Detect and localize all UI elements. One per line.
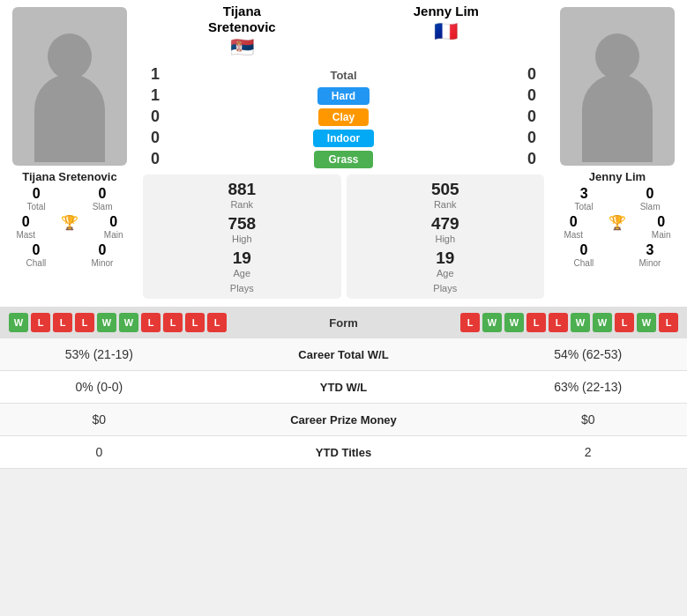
ytd-wl-left: 0% (0-0) — [0, 371, 198, 404]
hard-right-score: 0 — [519, 86, 544, 105]
form-badge-l: L — [141, 313, 161, 332]
form-badge-w: W — [482, 313, 502, 332]
bottom-stats-table: 53% (21-19) Career Total W/L 54% (62-53)… — [0, 338, 687, 469]
left-name-center: TijanaSretenovic 🇷🇸 — [208, 4, 276, 59]
left-stats-row3: 0 Chall 0 Minor — [4, 242, 136, 268]
right-stats-row3: 0 Chall 3 Minor — [551, 242, 683, 268]
match-clay-row: 0 Clay 0 — [143, 108, 544, 126]
match-indoor-row: 0 Indoor 0 — [143, 129, 544, 147]
right-avatar-body — [582, 74, 653, 162]
match-total-row: 1 Total 0 — [143, 65, 544, 84]
form-badge-w: W — [571, 313, 590, 332]
form-badge-l: L — [549, 313, 568, 332]
center-col: TijanaSretenovic 🇷🇸 Jenny Lim 🇫🇷 1 Total… — [139, 0, 548, 302]
total-left-score: 1 — [143, 65, 168, 84]
form-badge-l: L — [659, 313, 678, 332]
clay-right-score: 0 — [519, 108, 544, 126]
right-player-name: Jenny Lim — [589, 170, 646, 183]
titles-label: YTD Titles — [198, 436, 489, 469]
right-name-center: Jenny Lim 🇫🇷 — [414, 4, 479, 59]
left-high-block: 758 High — [146, 214, 338, 244]
form-badge-w: W — [504, 313, 524, 332]
form-badge-l: L — [185, 313, 205, 332]
right-high-block: 479 High — [350, 214, 541, 244]
left-avatar-body — [34, 74, 105, 162]
grass-right-score: 0 — [519, 150, 544, 168]
grass-left-score: 0 — [143, 150, 168, 168]
form-badge-l: L — [31, 313, 50, 332]
left-total: 0 Total — [27, 186, 46, 212]
career-wl-left: 53% (21-19) — [0, 338, 198, 371]
match-rows: 1 Total 0 1 Hard 0 0 Clay 0 0 Indoor — [139, 63, 548, 171]
indoor-left-score: 0 — [143, 129, 168, 147]
titles-row: 0 YTD Titles 2 — [0, 436, 687, 469]
ytd-wl-right: 63% (22-13) — [489, 371, 687, 404]
left-trophy-icon: 🏆 — [61, 214, 78, 240]
career-wl-row: 53% (21-19) Career Total W/L 54% (62-53) — [0, 338, 687, 371]
center-names: TijanaSretenovic 🇷🇸 Jenny Lim 🇫🇷 — [139, 0, 548, 63]
form-badge-l: L — [615, 313, 634, 332]
side-stat-cols: 881 Rank 758 High 19 Age Plays — [139, 171, 548, 302]
right-minor: 3 Minor — [638, 242, 661, 268]
prize-row: $0 Career Prize Money $0 — [0, 404, 687, 436]
ytd-wl-row: 0% (0-0) YTD W/L 63% (22-13) — [0, 371, 687, 404]
prize-left: $0 — [0, 404, 198, 436]
prize-label: Career Prize Money — [198, 404, 489, 436]
left-main: 0 Main — [104, 214, 123, 240]
grass-label: Grass — [168, 151, 519, 168]
form-badge-w: W — [637, 313, 656, 332]
match-grass-row: 0 Grass 0 — [143, 150, 544, 168]
right-stat-col: 505 Rank 479 High 19 Age Plays — [347, 174, 545, 299]
left-mast: 0 Mast — [16, 214, 35, 240]
total-right-score: 0 — [519, 65, 544, 84]
left-stat-col: 881 Rank 758 High 19 Age Plays — [143, 174, 341, 299]
form-badge-w: W — [9, 313, 28, 332]
left-flag: 🇷🇸 — [208, 36, 276, 59]
form-badge-w: W — [593, 313, 612, 332]
match-hard-row: 1 Hard 0 — [143, 86, 544, 105]
left-rank-block: 881 Rank — [146, 180, 338, 210]
form-badge-l: L — [75, 313, 94, 332]
right-chall: 0 Chall — [574, 242, 594, 268]
form-label: Form — [329, 316, 358, 330]
right-stats-row1: 3 Total 0 Slam — [551, 186, 683, 212]
left-age-block: 19 Age — [146, 249, 338, 278]
titles-left: 0 — [0, 436, 198, 469]
right-rank-block: 505 Rank — [350, 180, 541, 210]
titles-right: 2 — [489, 436, 687, 469]
right-total: 3 Total — [575, 186, 594, 212]
right-slam: 0 Slam — [640, 186, 661, 212]
left-slam: 0 Slam — [93, 186, 113, 212]
clay-label: Clay — [168, 108, 519, 126]
prize-right: $0 — [489, 404, 687, 436]
left-plays-block: Plays — [146, 283, 338, 293]
left-minor: 0 Minor — [91, 242, 113, 268]
left-stats-row2: 0 Mast 🏆 0 Main — [4, 214, 136, 240]
form-badge-w: W — [119, 313, 138, 332]
right-mast: 0 Mast — [564, 214, 583, 240]
left-form-badges: WLLLWWLLLL — [9, 313, 227, 332]
indoor-label: Indoor — [168, 130, 519, 147]
form-badge-l: L — [460, 313, 480, 332]
right-trophy-icon: 🏆 — [609, 214, 626, 240]
app-container: Tijana Sretenovic 0 Total 0 Slam 0 Mast … — [0, 0, 687, 469]
form-badge-l: L — [526, 313, 546, 332]
right-flag: 🇫🇷 — [414, 20, 479, 43]
form-badge-l: L — [53, 313, 72, 332]
right-stats-row2: 0 Mast 🏆 0 Main — [551, 214, 683, 240]
hard-label: Hard — [168, 87, 519, 105]
career-wl-label: Career Total W/L — [198, 338, 489, 371]
left-player-name: Tijana Sretenovic — [22, 170, 116, 183]
right-main: 0 Main — [652, 214, 671, 240]
left-avatar — [12, 7, 127, 166]
hard-left-score: 1 — [143, 86, 168, 105]
indoor-right-score: 0 — [519, 129, 544, 147]
form-badge-l: L — [207, 313, 227, 332]
right-age-block: 19 Age — [350, 249, 541, 278]
career-wl-right: 54% (62-53) — [489, 338, 687, 371]
right-player-panel: Jenny Lim 3 Total 0 Slam 0 Mast 🏆 — [548, 0, 687, 302]
main-row: Tijana Sretenovic 0 Total 0 Slam 0 Mast … — [0, 0, 687, 302]
form-row: WLLLWWLLLL Form LWWLLWWLWL — [0, 307, 687, 338]
form-badge-w: W — [97, 313, 116, 332]
right-avatar — [560, 7, 675, 166]
